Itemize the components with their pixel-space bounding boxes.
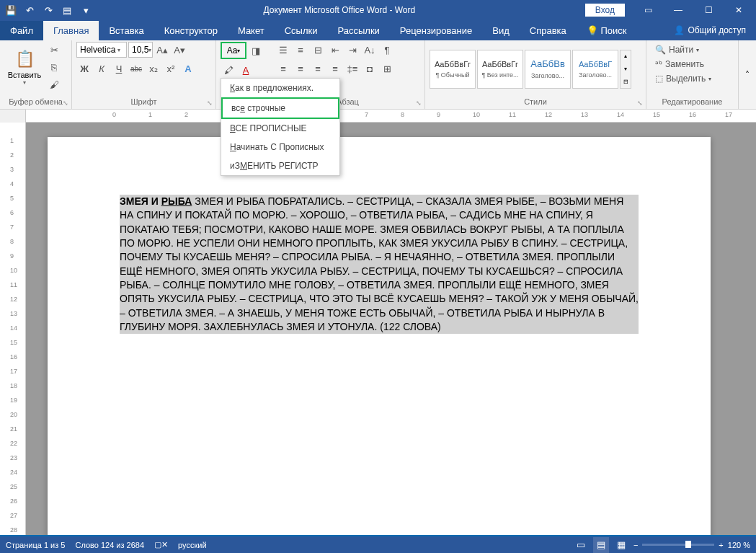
highlight-icon: 🖍 bbox=[224, 65, 234, 76]
tab-design[interactable]: Конструктор bbox=[154, 21, 228, 40]
text-effects-button[interactable]: A bbox=[180, 61, 196, 76]
tab-review[interactable]: Рецензирование bbox=[390, 21, 482, 40]
bold-button[interactable]: Ж bbox=[76, 61, 92, 76]
paragraph-launcher[interactable]: ⤡ bbox=[414, 99, 423, 107]
zoom-out-button[interactable]: − bbox=[633, 541, 638, 549]
highlight-button[interactable]: 🖍 bbox=[221, 62, 236, 78]
font-size-select[interactable]: 10,5▾ bbox=[128, 42, 153, 58]
paste-button[interactable]: 📋 Вставить ▾ bbox=[4, 42, 45, 91]
zoom-slider[interactable] bbox=[642, 544, 714, 546]
change-case-button[interactable]: Aa ▾ bbox=[221, 42, 246, 59]
tab-file[interactable]: Файл bbox=[0, 21, 43, 40]
ruler-vertical[interactable]: 1234567891011121314151617181920212223242… bbox=[0, 123, 26, 535]
tab-insert[interactable]: Вставка bbox=[99, 21, 154, 40]
search-icon: 🔍 bbox=[655, 45, 666, 55]
case-sentence-item[interactable]: Как в предложениях. bbox=[221, 79, 339, 97]
show-marks-button[interactable]: ¶ bbox=[379, 42, 395, 58]
case-lower-item[interactable]: все строчные bbox=[221, 97, 339, 119]
shading-button[interactable]: ◘ bbox=[362, 61, 378, 76]
search-tab[interactable]: 💡 Поиск bbox=[577, 21, 637, 40]
style-heading2[interactable]: АаБбВвГЗаголово... bbox=[572, 50, 618, 89]
undo-button[interactable]: ↶ bbox=[22, 2, 37, 18]
minimize-button[interactable]: — bbox=[664, 0, 693, 20]
document-scroll[interactable]: ЗМЕЯ И РЫБА ЗМЕЯ И РЫБА ПОБРАТАЛИСЬ. – С… bbox=[26, 123, 756, 535]
align-center-icon: ≡ bbox=[298, 63, 303, 74]
tab-help[interactable]: Справка bbox=[520, 21, 577, 40]
font-color-button[interactable]: A bbox=[238, 62, 254, 78]
clear-format-button[interactable]: ◨ bbox=[248, 43, 264, 58]
numbering-button[interactable]: ≡ bbox=[293, 42, 308, 58]
page-status[interactable]: Страница 1 из 5 bbox=[6, 541, 65, 549]
italic-button[interactable]: К bbox=[94, 61, 110, 76]
align-left-button[interactable]: ≡ bbox=[275, 61, 291, 76]
font-color-icon: A bbox=[243, 65, 249, 76]
document-text[interactable]: ЗМЕЯ И РЫБА ЗМЕЯ И РЫБА ПОБРАТАЛИСЬ. – С… bbox=[120, 195, 639, 334]
find-button[interactable]: 🔍Найти▾ bbox=[652, 43, 714, 56]
ribbon-display-button[interactable]: ▭ bbox=[633, 0, 662, 20]
bullets-button[interactable]: ☰ bbox=[275, 42, 291, 58]
tab-mailings[interactable]: Рассылки bbox=[327, 21, 389, 40]
group-styles: АаБбВвГг¶ Обычный АаБбВвГг¶ Без инте... … bbox=[425, 40, 646, 109]
multilevel-button[interactable]: ⊟ bbox=[310, 42, 326, 58]
group-font: Helvetica▾ 10,5▾ A▴ A▾ Ж К Ч abc x₂ x² A… bbox=[72, 40, 216, 109]
superscript-button[interactable]: x² bbox=[163, 61, 179, 76]
subscript-button[interactable]: x₂ bbox=[146, 61, 161, 76]
strike-button[interactable]: abc bbox=[128, 61, 144, 76]
replace-button[interactable]: ᵃᵇЗаменить bbox=[652, 58, 714, 71]
read-mode-button[interactable]: ▭ bbox=[573, 537, 589, 553]
zoom-level[interactable]: 120 % bbox=[728, 541, 750, 549]
ribbon-collapse[interactable]: ˄ bbox=[739, 40, 756, 109]
print-layout-button[interactable]: ▤ bbox=[593, 537, 609, 553]
tab-layout[interactable]: Макет bbox=[228, 21, 275, 40]
spellcheck-button[interactable]: ▢✕ bbox=[154, 540, 168, 549]
word-count[interactable]: Слово 124 из 2684 bbox=[75, 541, 144, 549]
case-upper-item[interactable]: ВСЕ ПРОПИСНЫЕ bbox=[221, 119, 339, 138]
borders-button[interactable]: ⊞ bbox=[379, 61, 395, 76]
font-name-select[interactable]: Helvetica▾ bbox=[76, 42, 127, 58]
doc-body: ЗМЕЯ И РЫБА ПОБРАТАЛИСЬ. – СЕСТРИЦА, – С… bbox=[120, 195, 639, 332]
grow-font-button[interactable]: A▴ bbox=[154, 42, 170, 58]
underline-button[interactable]: Ч bbox=[111, 61, 127, 76]
tab-view[interactable]: Вид bbox=[482, 21, 520, 40]
shrink-font-button[interactable]: A▾ bbox=[172, 42, 187, 58]
zoom-thumb[interactable] bbox=[685, 541, 691, 548]
select-button[interactable]: ⬚Выделить▾ bbox=[652, 72, 714, 85]
maximize-button[interactable]: ☐ bbox=[694, 0, 723, 20]
chevron-down-icon: ▾ bbox=[84, 5, 89, 16]
close-button[interactable]: ✕ bbox=[724, 0, 753, 20]
qat-more-button[interactable]: ▤ bbox=[59, 2, 75, 18]
clipboard-launcher[interactable]: ⤡ bbox=[61, 99, 70, 107]
align-right-button[interactable]: ≡ bbox=[310, 61, 326, 76]
case-toggle-item[interactable]: иЗМЕНИТЬ РЕГИСТР bbox=[221, 156, 339, 175]
style-no-spacing[interactable]: АаБбВвГг¶ Без инте... bbox=[477, 50, 523, 89]
style-gallery-more[interactable]: ▴ ▾ ⊟ bbox=[620, 50, 631, 89]
cut-button[interactable]: ✂ bbox=[46, 42, 62, 58]
signin-button[interactable]: Вход bbox=[585, 4, 625, 17]
language-status[interactable]: русский bbox=[178, 541, 206, 549]
style-heading1[interactable]: АаБбВвЗаголово... bbox=[525, 50, 571, 89]
web-layout-button[interactable]: ▦ bbox=[613, 537, 629, 553]
document-page: ЗМЕЯ И РЫБА ЗМЕЯ И РЫБА ПОБРАТАЛИСЬ. – С… bbox=[48, 137, 711, 535]
tab-home[interactable]: Главная bbox=[43, 21, 99, 40]
increase-indent-button[interactable]: ⇥ bbox=[344, 42, 360, 58]
share-button[interactable]: 👤Общий доступ bbox=[664, 21, 756, 40]
font-launcher[interactable]: ⤡ bbox=[205, 99, 214, 107]
justify-button[interactable]: ≡ bbox=[327, 61, 343, 76]
format-painter-button[interactable]: 🖌 bbox=[46, 76, 62, 92]
chevron-down-icon: ▾ bbox=[148, 47, 151, 53]
save-button[interactable]: 💾 bbox=[3, 2, 19, 18]
style-normal[interactable]: АаБбВвГг¶ Обычный bbox=[430, 50, 476, 89]
sort-button[interactable]: A↓ bbox=[362, 42, 378, 58]
redo-icon: ↷ bbox=[45, 5, 53, 16]
align-center-button[interactable]: ≡ bbox=[293, 61, 308, 76]
qat-customize-button[interactable]: ▾ bbox=[78, 2, 94, 18]
ruler-h[interactable]: 01234567891011121314151617 bbox=[26, 110, 756, 123]
decrease-indent-button[interactable]: ⇤ bbox=[327, 42, 343, 58]
styles-launcher[interactable]: ⤡ bbox=[636, 99, 644, 107]
zoom-in-button[interactable]: + bbox=[719, 541, 723, 549]
redo-button[interactable]: ↷ bbox=[40, 2, 56, 18]
case-capitalize-item[interactable]: Начинать С Прописных bbox=[221, 138, 339, 156]
tab-references[interactable]: Ссылки bbox=[275, 21, 328, 40]
line-spacing-button[interactable]: ‡≡ bbox=[344, 61, 360, 76]
copy-button[interactable]: ⎘ bbox=[46, 59, 62, 75]
